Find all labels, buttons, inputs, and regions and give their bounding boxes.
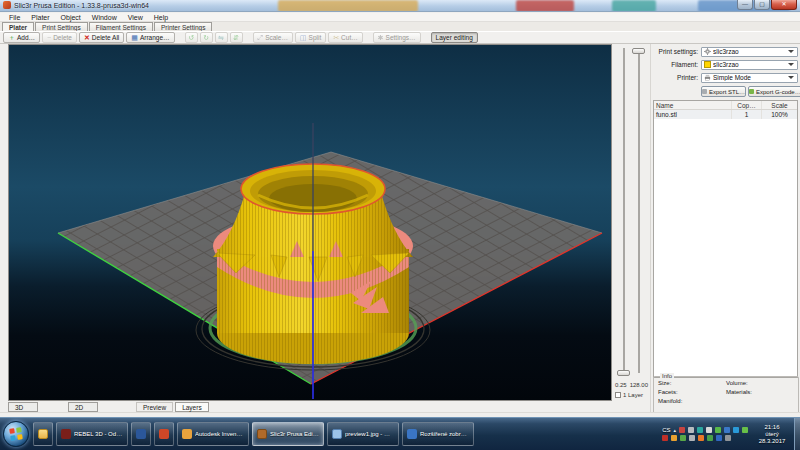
taskbar-button-paint[interactable]: preview1.jpg - Malov... bbox=[327, 422, 399, 446]
printer-select[interactable]: Simple Mode bbox=[701, 73, 798, 83]
rotate-cw-button[interactable]: ↻ bbox=[200, 32, 213, 43]
column-name[interactable]: Name bbox=[654, 101, 732, 109]
add-button[interactable]: ＋ Add… bbox=[3, 32, 40, 43]
menu-bar: File Plater Object Window View Help bbox=[0, 13, 800, 22]
language-indicator[interactable]: CS bbox=[662, 427, 670, 433]
taskbar-button-word[interactable] bbox=[131, 422, 151, 446]
taskbar-clock[interactable]: 21:16 úterý 28.3.2017 bbox=[752, 424, 792, 445]
tab-print-settings[interactable]: Print Settings bbox=[35, 22, 88, 31]
system-tray: CS ▴ bbox=[662, 418, 800, 450]
window-title: Slic3r Prusa Edition - 1.33.8-prusa3d-wi… bbox=[14, 2, 149, 9]
taskbar-button-inventor[interactable]: Autodesk Inventor Pr... bbox=[177, 422, 249, 446]
layer-slider-low-handle[interactable] bbox=[617, 370, 630, 376]
taskbar-button-rebel3d[interactable]: REBEL 3D - Odeslat o... bbox=[56, 422, 128, 446]
view-tab-3d[interactable]: 3D bbox=[8, 402, 38, 412]
gear-icon bbox=[704, 48, 711, 55]
explorer-taskbar-button[interactable] bbox=[33, 422, 53, 446]
show-hidden-icons[interactable]: ▴ bbox=[673, 427, 676, 433]
scale-button[interactable]: ⤢ Scale… bbox=[253, 32, 293, 43]
menu-window[interactable]: Window bbox=[87, 14, 122, 21]
menu-help[interactable]: Help bbox=[149, 14, 173, 21]
start-button[interactable] bbox=[3, 421, 29, 447]
tray-icon[interactable] bbox=[671, 435, 677, 441]
minimize-button[interactable]: — bbox=[737, 0, 753, 10]
taskbar-button-display-settings[interactable]: Rozšířené zobrazení bbox=[402, 422, 474, 446]
view-tab-bar: 3D 2D Preview Layers bbox=[0, 401, 650, 412]
settings-button[interactable]: ✱ Settings… bbox=[373, 32, 421, 43]
tray-icon[interactable] bbox=[688, 427, 694, 433]
object-list: Name Cop… Scale funo.stl 1 100% bbox=[653, 100, 798, 378]
viewport-3d-canvas[interactable] bbox=[8, 44, 612, 401]
one-layer-label: 1 Layer bbox=[623, 392, 643, 398]
tab-printer-settings[interactable]: Printer Settings bbox=[154, 22, 212, 31]
tray-icon[interactable] bbox=[742, 427, 748, 433]
add-icon: ＋ bbox=[8, 34, 15, 41]
tray-icon[interactable] bbox=[689, 435, 695, 441]
stl-file-icon bbox=[702, 89, 707, 94]
export-stl-button[interactable]: Export STL… bbox=[701, 86, 746, 97]
delete-all-button[interactable]: ✕ Delete All bbox=[79, 32, 124, 43]
mirror-button[interactable]: ⇋ bbox=[215, 32, 228, 43]
layer-slider-high-handle[interactable] bbox=[632, 48, 645, 54]
tray-icon[interactable] bbox=[716, 435, 722, 441]
taskbar-button-powerpoint[interactable] bbox=[154, 422, 174, 446]
title-bar[interactable]: Slic3r Prusa Edition - 1.33.8-prusa3d-wi… bbox=[0, 0, 800, 12]
filament-select[interactable]: slic3rzao bbox=[701, 60, 798, 70]
tray-icon[interactable] bbox=[715, 427, 721, 433]
powerpoint-icon bbox=[159, 429, 169, 439]
view-tab-2d[interactable]: 2D bbox=[68, 402, 98, 412]
one-layer-checkbox[interactable] bbox=[615, 392, 621, 398]
clock-time: 21:16 bbox=[752, 424, 792, 431]
menu-plater[interactable]: Plater bbox=[26, 14, 54, 21]
view-tab-layers[interactable]: Layers bbox=[175, 402, 209, 412]
tray-icon[interactable] bbox=[662, 435, 668, 441]
tray-icon[interactable] bbox=[707, 435, 713, 441]
close-button[interactable]: ✕ bbox=[771, 0, 797, 10]
menu-view[interactable]: View bbox=[123, 14, 148, 21]
delete-icon: − bbox=[47, 34, 51, 41]
export-gcode-button[interactable]: Export G-code… bbox=[748, 86, 800, 97]
tray-icon[interactable] bbox=[724, 427, 730, 433]
background-window-fragment bbox=[516, 0, 574, 12]
tray-icon[interactable] bbox=[733, 427, 739, 433]
view-tab-preview[interactable]: Preview bbox=[136, 402, 173, 412]
split-button[interactable]: ◫ Split bbox=[295, 32, 326, 43]
info-title: Info bbox=[660, 373, 674, 379]
cut-button[interactable]: ✂ Cut… bbox=[328, 32, 363, 43]
tab-plater[interactable]: Plater bbox=[2, 22, 34, 31]
layer-slider-low-track[interactable] bbox=[623, 48, 625, 373]
tray-icon[interactable] bbox=[725, 435, 731, 441]
tab-filament-settings[interactable]: Filament Settings bbox=[89, 22, 153, 31]
cut-icon: ✂ bbox=[333, 34, 339, 41]
tray-icon[interactable] bbox=[697, 427, 703, 433]
clock-date: 28.3.2017 bbox=[752, 438, 792, 445]
scale-icon: ⤢ bbox=[258, 34, 264, 41]
tray-icon[interactable] bbox=[680, 435, 686, 441]
layer-editing-toggle[interactable]: Layer editing bbox=[431, 32, 478, 43]
tray-icon[interactable] bbox=[679, 427, 685, 433]
delete-button[interactable]: − Delete bbox=[42, 32, 77, 43]
clock-day: úterý bbox=[752, 431, 792, 438]
layer-min-value: 0.25 bbox=[615, 382, 627, 388]
menu-object[interactable]: Object bbox=[56, 14, 86, 21]
folder-icon bbox=[38, 429, 48, 439]
column-copies[interactable]: Cop… bbox=[732, 101, 762, 109]
maximize-button[interactable]: ▢ bbox=[754, 0, 770, 10]
show-desktop-button[interactable] bbox=[794, 418, 800, 450]
tray-icon[interactable] bbox=[698, 435, 704, 441]
tray-icon[interactable] bbox=[706, 427, 712, 433]
rotate-ccw-button[interactable]: ↺ bbox=[185, 32, 198, 43]
object-name: funo.stl bbox=[654, 110, 732, 119]
arrange-button[interactable]: ▦ Arrange… bbox=[126, 32, 174, 43]
column-scale[interactable]: Scale bbox=[762, 101, 797, 109]
print-settings-select[interactable]: slic3rzao bbox=[701, 47, 798, 57]
right-panel: Print settings: slic3rzao Filament: slic… bbox=[650, 44, 800, 417]
info-size-label: Size: bbox=[658, 380, 726, 389]
menu-file[interactable]: File bbox=[4, 14, 25, 21]
layer-slider-high-track[interactable] bbox=[638, 48, 640, 373]
taskbar-button-slic3r[interactable]: Slic3r Prusa Edition - ... bbox=[252, 422, 324, 446]
table-row[interactable]: funo.stl 1 100% bbox=[654, 110, 797, 119]
info-materials-label: Materials: bbox=[726, 389, 794, 398]
flip-button[interactable]: ⇵ bbox=[230, 32, 243, 43]
screen: Slic3r Prusa Edition - 1.33.8-prusa3d-wi… bbox=[0, 0, 800, 450]
